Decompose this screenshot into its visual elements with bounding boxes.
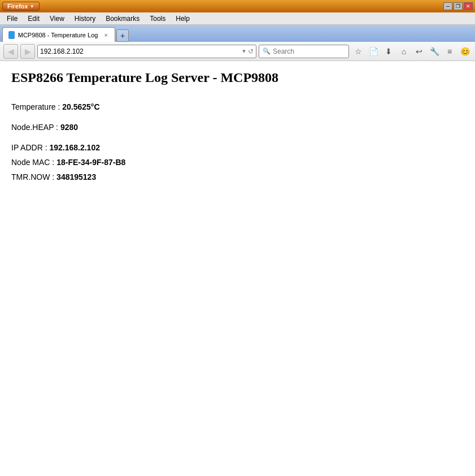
search-bar-container: 🔍 [259,45,349,58]
new-tab-button[interactable]: + [116,29,129,42]
heap-row: Node.HEAP : 9280 [11,123,464,132]
menu-bookmarks[interactable]: Bookmarks [101,14,144,24]
menu-bar: File Edit View History Bookmarks Tools H… [0,12,475,25]
tmr-value: 348195123 [56,172,96,181]
search-icon: 🔍 [263,47,271,55]
title-bar: Firefox ─ ❐ ✕ [0,0,475,12]
menu-tools[interactable]: Tools [145,14,170,24]
home-icon[interactable]: ⌂ [397,45,411,58]
tmr-label: TMR.NOW : [11,172,56,181]
active-tab[interactable]: 🌐 MCP9808 - Temperature Log Server.... × [2,27,115,42]
bookmark-page-icon[interactable]: 📄 [367,45,380,58]
bookmark-star-icon[interactable]: ☆ [351,45,365,58]
ip-label: IP ADDR : [11,143,49,152]
menu-help[interactable]: Help [171,14,194,24]
persona-icon[interactable]: 😊 [458,45,472,58]
download-icon[interactable]: ⬇ [382,45,395,58]
title-bar-controls: ─ ❐ ✕ [443,2,473,10]
title-bar-left: Firefox [2,2,40,11]
page-content: ESP8266 Temperature Log Server - MCP9808… [0,61,475,476]
refresh-icon[interactable]: ↺ [248,47,254,55]
tab-favicon: 🌐 [8,31,15,39]
address-input[interactable] [40,47,241,55]
tab-close-button[interactable]: × [103,31,109,39]
mac-label: Node MAC : [11,158,56,167]
back-history-icon[interactable]: ↩ [412,45,426,58]
tab-bar: 🌐 MCP9808 - Temperature Log Server.... ×… [0,25,475,42]
back-button[interactable]: ◀ [3,44,18,59]
tab-title: MCP9808 - Temperature Log Server.... [18,32,100,38]
ip-row: IP ADDR : 192.168.2.102 [11,143,464,152]
firefox-label: Firefox [7,3,28,10]
restore-button[interactable]: ❐ [454,2,463,10]
mac-row: Node MAC : 18-FE-34-9F-87-B8 [11,158,464,167]
nav-icons: ☆ 📄 ⬇ ⌂ ↩ 🔧 ≡ 😊 [351,45,472,58]
address-dropdown-icon[interactable]: ▼ [241,48,247,54]
tmr-row: TMR.NOW : 348195123 [11,172,464,181]
page-title: ESP8266 Temperature Log Server - MCP9808 [11,70,464,85]
temperature-label: Temperature : [11,102,62,111]
firefox-menu-button[interactable]: Firefox [2,2,40,11]
hamburger-menu-icon[interactable]: ≡ [443,45,456,58]
menu-file[interactable]: File [2,14,22,24]
address-bar-container: ▼ ↺ [37,45,256,58]
close-button[interactable]: ✕ [464,2,473,10]
search-input[interactable] [273,47,345,55]
heap-label: Node.HEAP : [11,123,60,132]
menu-edit[interactable]: Edit [23,14,44,24]
mac-value: 18-FE-34-9F-87-B8 [56,158,125,167]
menu-history[interactable]: History [70,14,100,24]
ip-value: 192.168.2.102 [49,143,100,152]
temperature-value: 20.5625°C [62,102,99,111]
developer-icon[interactable]: 🔧 [428,45,441,58]
temperature-row: Temperature : 20.5625°C [11,102,464,111]
menu-view[interactable]: View [45,14,69,24]
heap-value: 9280 [60,123,78,132]
forward-button[interactable]: ▶ [20,44,35,59]
minimize-button[interactable]: ─ [443,2,452,10]
nav-bar: ◀ ▶ ▼ ↺ 🔍 ☆ 📄 ⬇ ⌂ ↩ 🔧 ≡ 😊 [0,42,475,61]
